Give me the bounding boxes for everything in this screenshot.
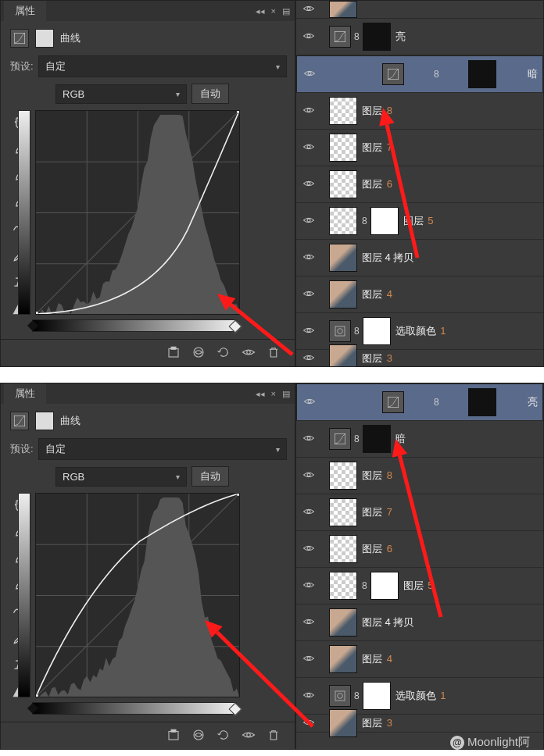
layer-name[interactable]: 图层 3 <box>362 716 392 730</box>
layer-row[interactable]: 图层 8 <box>296 93 543 130</box>
layer-row[interactable]: 图层 3 <box>296 350 543 367</box>
layer-row[interactable]: 图层 6 <box>296 531 543 568</box>
layer-row[interactable]: 图层 4 拷贝 <box>296 604 543 641</box>
white-point-slider[interactable] <box>229 320 242 333</box>
link-icon[interactable]: 8 <box>362 580 367 591</box>
link-icon[interactable]: 8 <box>434 69 439 80</box>
adjustment-icon[interactable] <box>329 685 351 707</box>
visibility-toggle[interactable] <box>300 395 319 410</box>
link-icon[interactable]: 8 <box>362 216 367 226</box>
visibility-toggle[interactable] <box>299 177 318 192</box>
visibility-toggle[interactable] <box>299 351 318 366</box>
layer-thumb[interactable] <box>329 344 357 367</box>
layer-row[interactable]: 8 图层 5 <box>296 203 543 240</box>
layer-thumb[interactable] <box>329 709 357 737</box>
layer-mask-thumb[interactable] <box>363 317 391 345</box>
layer-name[interactable]: 暗 <box>528 67 538 81</box>
layer-name[interactable]: 图层 5 <box>403 579 434 593</box>
visibility-toggle[interactable] <box>299 652 318 667</box>
layer-name[interactable]: 图层 6 <box>362 542 392 556</box>
layer-row[interactable]: 图层 4 拷贝 <box>296 240 543 276</box>
visibility-toggle[interactable] <box>299 2 318 17</box>
visibility-toggle[interactable] <box>299 689 318 704</box>
layer-name[interactable]: 图层 7 <box>362 505 392 519</box>
auto-button[interactable]: 自动 <box>191 84 229 104</box>
layer-row[interactable]: 图层 3 <box>296 715 543 733</box>
visibility-toggle[interactable] <box>299 505 318 520</box>
reset-icon[interactable] <box>217 345 231 362</box>
layer-thumb[interactable] <box>329 1 357 18</box>
layer-row[interactable]: 8 图层 5 <box>296 568 543 604</box>
layer-thumb[interactable] <box>329 207 357 235</box>
layer-row[interactable]: 图层 8 <box>296 458 543 494</box>
clip-to-layer-icon[interactable] <box>166 728 181 744</box>
visibility-toggle[interactable] <box>299 324 318 339</box>
link-icon[interactable]: 8 <box>354 433 360 444</box>
layer-name[interactable]: 亮 <box>528 395 538 409</box>
visibility-toggle[interactable] <box>299 141 318 155</box>
properties-tab[interactable]: 属性 <box>4 1 46 21</box>
layer-name[interactable]: 亮 <box>395 30 406 44</box>
visibility-toggle[interactable] <box>299 104 318 119</box>
layer-name[interactable]: 选取颜色 1 <box>395 689 446 703</box>
adjustment-icon[interactable] <box>329 320 351 342</box>
layer-row[interactable] <box>296 1 543 19</box>
layer-mask-thumb[interactable] <box>370 207 399 235</box>
layer-thumb[interactable] <box>329 572 357 600</box>
channel-select[interactable]: RGB▾ <box>55 84 187 104</box>
adjustment-icon[interactable] <box>329 428 351 450</box>
layer-thumb[interactable] <box>329 134 357 162</box>
layer-thumb[interactable] <box>329 280 357 308</box>
visibility-toggle[interactable] <box>299 542 318 557</box>
panel-close-icon[interactable]: × <box>271 389 276 399</box>
visibility-icon[interactable] <box>242 728 256 744</box>
curves-graph[interactable] <box>35 110 240 315</box>
white-point-slider[interactable] <box>229 703 242 716</box>
visibility-toggle[interactable] <box>299 469 318 483</box>
curves-graph[interactable] <box>35 493 240 697</box>
layer-thumb[interactable] <box>329 244 357 272</box>
panel-menu-icon[interactable]: ▤ <box>282 6 290 16</box>
layer-mask-thumb[interactable] <box>468 388 496 416</box>
delete-icon[interactable] <box>267 728 281 744</box>
layer-thumb[interactable] <box>329 170 357 198</box>
layer-row[interactable]: 8 暗 <box>296 421 543 458</box>
layer-thumb[interactable] <box>329 97 357 125</box>
layer-name[interactable]: 图层 6 <box>362 177 392 191</box>
layer-mask-thumb[interactable] <box>363 23 391 51</box>
adjustment-icon[interactable] <box>382 391 404 413</box>
layer-name[interactable]: 图层 3 <box>362 351 392 366</box>
layer-name[interactable]: 图层 7 <box>362 141 392 155</box>
layer-name[interactable]: 图层 8 <box>362 104 392 118</box>
clip-to-layer-icon[interactable] <box>166 345 181 362</box>
layer-row[interactable]: 8 亮 <box>296 19 543 55</box>
layer-row[interactable]: 图层 7 <box>296 494 543 531</box>
layer-name[interactable]: 图层 4 拷贝 <box>362 251 413 265</box>
adjustment-icon[interactable] <box>382 63 404 85</box>
properties-tab[interactable]: 属性 <box>4 383 46 404</box>
visibility-toggle[interactable] <box>299 214 318 229</box>
layer-mask-thumb[interactable] <box>468 60 496 88</box>
layer-thumb[interactable] <box>329 645 357 673</box>
toggle-preview-icon[interactable] <box>191 345 206 362</box>
adjustment-icon[interactable] <box>329 26 351 48</box>
reset-icon[interactable] <box>217 728 231 744</box>
layer-thumb[interactable] <box>329 535 357 563</box>
layer-name[interactable]: 暗 <box>395 432 406 446</box>
visibility-toggle[interactable] <box>299 615 318 630</box>
layer-mask-thumb[interactable] <box>370 572 399 600</box>
visibility-toggle[interactable] <box>300 67 319 82</box>
layer-mask-thumb[interactable] <box>363 425 391 453</box>
layer-name[interactable]: 图层 5 <box>403 214 434 228</box>
preset-select[interactable]: 自定▾ <box>38 55 287 77</box>
black-point-slider[interactable] <box>27 703 38 714</box>
layer-thumb[interactable] <box>329 462 357 490</box>
layer-name[interactable]: 选取颜色 1 <box>395 324 446 338</box>
layer-thumb[interactable] <box>329 498 357 526</box>
panel-collapse-icon[interactable]: ◂◂ <box>256 6 265 16</box>
black-point-slider[interactable] <box>27 320 38 331</box>
layer-name[interactable]: 图层 4 <box>362 287 392 301</box>
panel-collapse-icon[interactable]: ◂◂ <box>256 389 265 399</box>
visibility-icon[interactable] <box>242 345 256 362</box>
layer-row[interactable]: 图层 6 <box>296 166 543 203</box>
